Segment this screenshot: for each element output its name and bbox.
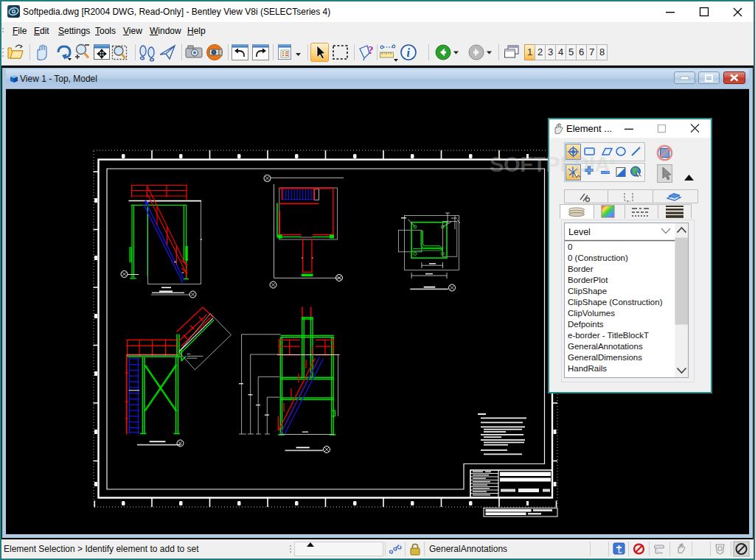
svg-text:Defpoints: Defpoints — [568, 320, 604, 329]
svg-text:HandRails: HandRails — [568, 364, 607, 373]
svg-text:2: 2 — [537, 46, 543, 57]
svg-text:BorderPlot: BorderPlot — [568, 276, 608, 284]
svg-text:Border: Border — [568, 265, 594, 273]
svg-text:GeneralDimensions: GeneralDimensions — [568, 353, 642, 362]
svg-text:4: 4 — [558, 46, 563, 57]
svg-text:Element ...: Element ... — [566, 123, 612, 134]
svg-text:i: i — [407, 46, 411, 59]
svg-text:GeneralAnnotations: GeneralAnnotations — [568, 342, 643, 351]
svg-text:?: ? — [368, 44, 374, 56]
svg-text:0: 0 — [568, 242, 572, 251]
svg-text:ClipShape (Construction): ClipShape (Construction) — [568, 298, 663, 307]
svg-text:0 (Construction): 0 (Construction) — [568, 253, 628, 262]
svg-text:e-border - TitleBlockT: e-border - TitleBlockT — [568, 331, 649, 340]
svg-text:6: 6 — [579, 46, 584, 57]
svg-text:1: 1 — [527, 46, 532, 57]
svg-text:ClipShape: ClipShape — [568, 287, 607, 295]
svg-text:8: 8 — [599, 46, 605, 57]
svg-text:7: 7 — [589, 46, 594, 57]
svg-text:Level: Level — [568, 227, 591, 237]
svg-text:ClipVolumes: ClipVolumes — [568, 309, 615, 318]
svg-text:5: 5 — [568, 46, 574, 57]
svg-text:GeneralAnnotations: GeneralAnnotations — [429, 544, 507, 554]
svg-text:3: 3 — [548, 46, 553, 57]
svg-text:Element Selection > Identify e: Element Selection > Identify element to … — [4, 544, 199, 554]
